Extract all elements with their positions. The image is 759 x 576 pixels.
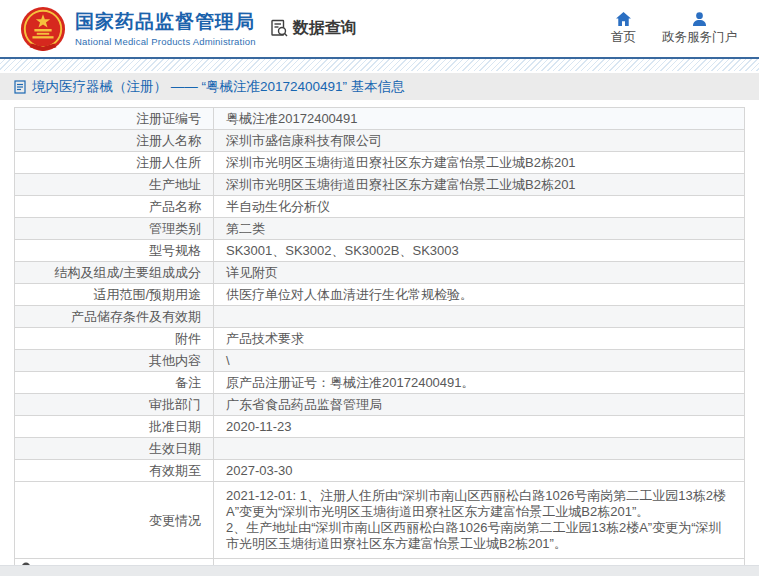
row-value: 2021-12-01: 1、注册人住所由“深圳市南山区西丽松白路1026号南岗第… xyxy=(214,482,745,559)
site-header: 国家药品监督管理局 National Medical Products Admi… xyxy=(0,0,759,57)
person-icon xyxy=(692,12,707,26)
row-label: 适用范围/预期用途 xyxy=(15,284,214,306)
row-value: SK3001、SK3002、SK3002B、SK3003 xyxy=(214,240,745,262)
table-row: 生效日期 xyxy=(15,438,745,460)
brand-text: 国家药品监督管理局 National Medical Products Admi… xyxy=(75,11,256,47)
table-row: 变更情况 2021-12-01: 1、注册人住所由“深圳市南山区西丽松白路102… xyxy=(15,482,745,559)
row-value: 广东省食品药品监督管理局 xyxy=(214,394,745,416)
table-row: 批准日期 2020-11-23 xyxy=(15,416,745,438)
row-value: 详见附页 xyxy=(214,262,745,284)
table-row: 其他内容 \ xyxy=(15,350,745,372)
row-value: 原产品注册证号：粤械注准20172400491。 xyxy=(214,372,745,394)
registration-info-table: 注册证编号 粤械注准20172400491 注册人名称 深圳市盛信康科技有限公司… xyxy=(14,107,745,576)
row-value: 深圳市光明区玉塘街道田寮社区东方建富怡景工业城B2栋201 xyxy=(214,174,745,196)
nmpa-emblem-logo xyxy=(20,6,66,52)
row-value: 产品技术要求 xyxy=(214,328,745,350)
row-label: 结构及组成/主要组成成分 xyxy=(15,262,214,284)
home-icon xyxy=(616,12,631,26)
gov-portal-link[interactable]: 政务服务门户 xyxy=(662,12,737,46)
row-value: 粤械注准20172400491 xyxy=(214,108,745,130)
table-row: 备注 原产品注册证号：粤械注准20172400491。 xyxy=(15,372,745,394)
brand-title-cn: 国家药品监督管理局 xyxy=(75,11,256,33)
brand-title-en: National Medical Products Administration xyxy=(75,36,256,47)
row-label: 管理类别 xyxy=(15,218,214,240)
hatched-stripe-band xyxy=(0,59,759,71)
table-row: 管理类别 第二类 xyxy=(15,218,745,240)
table-row: 适用范围/预期用途 供医疗单位对人体血清进行生化常规检验。 xyxy=(15,284,745,306)
row-label: 附件 xyxy=(15,328,214,350)
info-table-body: 注册证编号 粤械注准20172400491 注册人名称 深圳市盛信康科技有限公司… xyxy=(15,108,745,576)
data-query-icon xyxy=(270,19,289,38)
table-row: 结构及组成/主要组成成分 详见附页 xyxy=(15,262,745,284)
row-label: 注册人住所 xyxy=(15,152,214,174)
gov-portal-label: 政务服务门户 xyxy=(662,29,737,46)
home-link[interactable]: 首页 xyxy=(611,12,636,46)
table-row: 注册证编号 粤械注准20172400491 xyxy=(15,108,745,130)
row-label: 产品储存条件及有效期 xyxy=(15,306,214,328)
row-value: 2020-11-23 xyxy=(214,416,745,438)
row-label: 型号规格 xyxy=(15,240,214,262)
row-label: 注册证编号 xyxy=(15,108,214,130)
row-label: 变更情况 xyxy=(15,482,214,559)
row-label: 批准日期 xyxy=(15,416,214,438)
breadcrumb-text: 境内医疗器械（注册） —— “粤械注准20172400491” 基本信息 xyxy=(32,78,405,96)
row-value: 第二类 xyxy=(214,218,745,240)
row-value: 2027-03-30 xyxy=(214,460,745,482)
breadcrumb: 境内医疗器械（注册） —— “粤械注准20172400491” 基本信息 xyxy=(0,73,759,100)
row-label: 产品名称 xyxy=(15,196,214,218)
brand: 国家药品监督管理局 National Medical Products Admi… xyxy=(20,6,256,52)
row-value: 供医疗单位对人体血清进行生化常规检验。 xyxy=(214,284,745,306)
table-row: 产品储存条件及有效期 xyxy=(15,306,745,328)
row-value: \ xyxy=(214,350,745,372)
table-row: 有效期至 2027-03-30 xyxy=(15,460,745,482)
row-label: 审批部门 xyxy=(15,394,214,416)
document-icon xyxy=(14,80,26,94)
row-label: 注册人名称 xyxy=(15,130,214,152)
row-label: 生效日期 xyxy=(15,438,214,460)
row-label: 备注 xyxy=(15,372,214,394)
table-row: 附件 产品技术要求 xyxy=(15,328,745,350)
page-bottom-strip xyxy=(0,565,759,576)
table-row: 生产地址 深圳市光明区玉塘街道田寮社区东方建富怡景工业城B2栋201 xyxy=(15,174,745,196)
table-row: 注册人名称 深圳市盛信康科技有限公司 xyxy=(15,130,745,152)
row-value xyxy=(214,438,745,460)
row-label: 有效期至 xyxy=(15,460,214,482)
row-value: 深圳市盛信康科技有限公司 xyxy=(214,130,745,152)
home-label: 首页 xyxy=(611,29,636,46)
row-label: 其他内容 xyxy=(15,350,214,372)
table-row: 注册人住所 深圳市光明区玉塘街道田寮社区东方建富怡景工业城B2栋201 xyxy=(15,152,745,174)
row-value xyxy=(214,306,745,328)
table-row: 型号规格 SK3001、SK3002、SK3002B、SK3003 xyxy=(15,240,745,262)
data-query-nav[interactable]: 数据查询 xyxy=(270,18,357,39)
data-query-label: 数据查询 xyxy=(293,18,357,39)
table-row: 产品名称 半自动生化分析仪 xyxy=(15,196,745,218)
table-row: 审批部门 广东省食品药品监督管理局 xyxy=(15,394,745,416)
main-content: 注册证编号 粤械注准20172400491 注册人名称 深圳市盛信康科技有限公司… xyxy=(0,100,759,576)
row-label: 生产地址 xyxy=(15,174,214,196)
row-value: 深圳市光明区玉塘街道田寮社区东方建富怡景工业城B2栋201 xyxy=(214,152,745,174)
top-links: 首页 政务服务门户 xyxy=(611,12,743,46)
row-value: 半自动生化分析仪 xyxy=(214,196,745,218)
